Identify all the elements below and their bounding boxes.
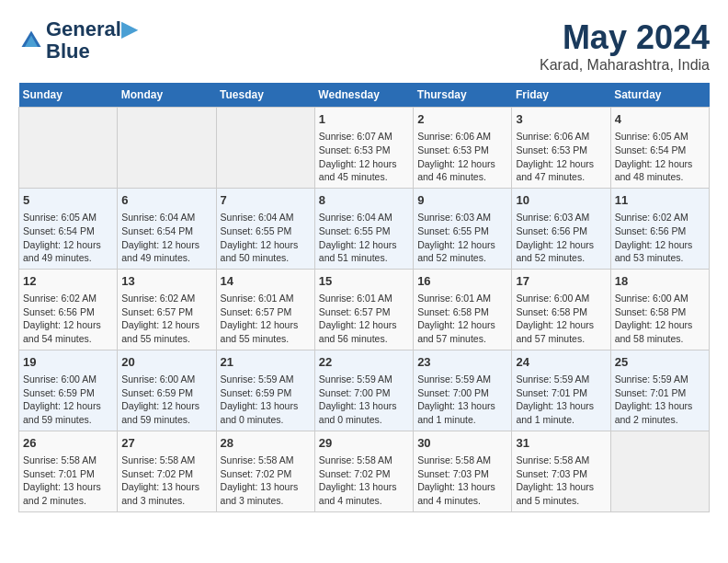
logo-text: General▶ Blue <box>46 18 137 63</box>
day-header-wednesday: Wednesday <box>314 83 413 108</box>
cell-content: Sunrise: 5:58 AM Sunset: 7:01 PM Dayligh… <box>23 454 113 508</box>
calendar-cell: 27Sunrise: 5:58 AM Sunset: 7:02 PM Dayli… <box>118 431 216 511</box>
cell-content: Sunrise: 6:04 AM Sunset: 6:54 PM Dayligh… <box>121 211 211 265</box>
calendar-table: SundayMondayTuesdayWednesdayThursdayFrid… <box>18 83 710 512</box>
calendar-cell: 8Sunrise: 6:04 AM Sunset: 6:55 PM Daylig… <box>314 188 413 269</box>
calendar-cell: 3Sunrise: 6:06 AM Sunset: 6:53 PM Daylig… <box>512 108 610 189</box>
calendar-cell: 2Sunrise: 6:06 AM Sunset: 6:53 PM Daylig… <box>414 108 512 189</box>
day-number: 16 <box>417 273 507 290</box>
cell-content: Sunrise: 6:03 AM Sunset: 6:55 PM Dayligh… <box>417 211 507 265</box>
cell-content: Sunrise: 5:59 AM Sunset: 6:59 PM Dayligh… <box>221 373 311 427</box>
day-header-sunday: Sunday <box>19 83 118 108</box>
calendar-cell: 30Sunrise: 5:58 AM Sunset: 7:03 PM Dayli… <box>414 431 512 511</box>
day-number: 4 <box>615 111 705 128</box>
calendar-cell: 14Sunrise: 6:01 AM Sunset: 6:57 PM Dayli… <box>216 269 314 350</box>
calendar-cell: 24Sunrise: 5:59 AM Sunset: 7:01 PM Dayli… <box>512 350 610 431</box>
day-number: 26 <box>23 435 113 452</box>
calendar-cell: 17Sunrise: 6:00 AM Sunset: 6:58 PM Dayli… <box>512 269 610 350</box>
day-number: 28 <box>221 435 311 452</box>
calendar-week-3: 12Sunrise: 6:02 AM Sunset: 6:56 PM Dayli… <box>19 269 710 350</box>
calendar-cell: 22Sunrise: 5:59 AM Sunset: 7:00 PM Dayli… <box>314 350 413 431</box>
calendar-cell: 29Sunrise: 5:58 AM Sunset: 7:02 PM Dayli… <box>314 431 413 511</box>
day-number: 14 <box>221 273 311 290</box>
day-header-tuesday: Tuesday <box>216 83 314 108</box>
cell-content: Sunrise: 6:06 AM Sunset: 6:53 PM Dayligh… <box>516 130 606 184</box>
calendar-cell: 23Sunrise: 5:59 AM Sunset: 7:00 PM Dayli… <box>414 350 512 431</box>
calendar-cell: 10Sunrise: 6:03 AM Sunset: 6:56 PM Dayli… <box>512 188 610 269</box>
cell-content: Sunrise: 6:00 AM Sunset: 6:58 PM Dayligh… <box>516 292 606 346</box>
cell-content: Sunrise: 6:01 AM Sunset: 6:57 PM Dayligh… <box>319 292 409 346</box>
cell-content: Sunrise: 5:58 AM Sunset: 7:02 PM Dayligh… <box>121 454 211 508</box>
day-number: 15 <box>319 273 409 290</box>
day-header-friday: Friday <box>512 83 610 108</box>
cell-content: Sunrise: 5:58 AM Sunset: 7:03 PM Dayligh… <box>516 454 606 508</box>
day-number: 5 <box>23 192 113 209</box>
calendar-week-5: 26Sunrise: 5:58 AM Sunset: 7:01 PM Dayli… <box>19 431 710 511</box>
calendar-cell: 1Sunrise: 6:07 AM Sunset: 6:53 PM Daylig… <box>314 108 413 189</box>
cell-content: Sunrise: 5:58 AM Sunset: 7:02 PM Dayligh… <box>221 454 311 508</box>
calendar-cell: 11Sunrise: 6:02 AM Sunset: 6:56 PM Dayli… <box>610 188 709 269</box>
cell-content: Sunrise: 6:01 AM Sunset: 6:57 PM Dayligh… <box>221 292 311 346</box>
calendar-cell: 13Sunrise: 6:02 AM Sunset: 6:57 PM Dayli… <box>118 269 216 350</box>
cell-content: Sunrise: 5:58 AM Sunset: 7:02 PM Dayligh… <box>319 454 409 508</box>
calendar-cell: 16Sunrise: 6:01 AM Sunset: 6:58 PM Dayli… <box>414 269 512 350</box>
day-header-saturday: Saturday <box>610 83 709 108</box>
cell-content: Sunrise: 6:07 AM Sunset: 6:53 PM Dayligh… <box>319 130 409 184</box>
calendar-cell <box>118 108 216 189</box>
cell-content: Sunrise: 6:00 AM Sunset: 6:59 PM Dayligh… <box>121 373 211 427</box>
day-number: 10 <box>516 192 606 209</box>
day-number: 27 <box>121 435 211 452</box>
calendar-body: 1Sunrise: 6:07 AM Sunset: 6:53 PM Daylig… <box>19 108 710 512</box>
subtitle: Karad, Maharashtra, India <box>540 57 710 74</box>
cell-content: Sunrise: 6:02 AM Sunset: 6:56 PM Dayligh… <box>615 211 705 265</box>
day-number: 17 <box>516 273 606 290</box>
calendar-cell <box>19 108 118 189</box>
cell-content: Sunrise: 6:05 AM Sunset: 6:54 PM Dayligh… <box>615 130 705 184</box>
cell-content: Sunrise: 6:03 AM Sunset: 6:56 PM Dayligh… <box>516 211 606 265</box>
cell-content: Sunrise: 5:59 AM Sunset: 7:01 PM Dayligh… <box>615 373 705 427</box>
calendar-cell: 6Sunrise: 6:04 AM Sunset: 6:54 PM Daylig… <box>118 188 216 269</box>
cell-content: Sunrise: 6:02 AM Sunset: 6:57 PM Dayligh… <box>121 292 211 346</box>
cell-content: Sunrise: 6:04 AM Sunset: 6:55 PM Dayligh… <box>319 211 409 265</box>
cell-content: Sunrise: 6:05 AM Sunset: 6:54 PM Dayligh… <box>23 211 113 265</box>
day-number: 21 <box>221 354 311 371</box>
day-number: 9 <box>417 192 507 209</box>
logo-icon <box>18 28 44 53</box>
calendar-cell: 18Sunrise: 6:00 AM Sunset: 6:58 PM Dayli… <box>610 269 709 350</box>
day-number: 18 <box>615 273 705 290</box>
calendar-cell: 12Sunrise: 6:02 AM Sunset: 6:56 PM Dayli… <box>19 269 118 350</box>
cell-content: Sunrise: 6:06 AM Sunset: 6:53 PM Dayligh… <box>417 130 507 184</box>
calendar-cell: 7Sunrise: 6:04 AM Sunset: 6:55 PM Daylig… <box>216 188 314 269</box>
calendar-cell <box>610 431 709 511</box>
logo: General▶ Blue <box>18 18 137 63</box>
day-number: 12 <box>23 273 113 290</box>
calendar-cell: 25Sunrise: 5:59 AM Sunset: 7:01 PM Dayli… <box>610 350 709 431</box>
calendar-cell: 4Sunrise: 6:05 AM Sunset: 6:54 PM Daylig… <box>610 108 709 189</box>
day-number: 11 <box>615 192 705 209</box>
calendar-cell: 9Sunrise: 6:03 AM Sunset: 6:55 PM Daylig… <box>414 188 512 269</box>
cell-content: Sunrise: 6:00 AM Sunset: 6:58 PM Dayligh… <box>615 292 705 346</box>
calendar-cell: 26Sunrise: 5:58 AM Sunset: 7:01 PM Dayli… <box>19 431 118 511</box>
calendar-week-1: 1Sunrise: 6:07 AM Sunset: 6:53 PM Daylig… <box>19 108 710 189</box>
day-number: 19 <box>23 354 113 371</box>
cell-content: Sunrise: 5:59 AM Sunset: 7:00 PM Dayligh… <box>417 373 507 427</box>
day-number: 22 <box>319 354 409 371</box>
calendar-cell: 21Sunrise: 5:59 AM Sunset: 6:59 PM Dayli… <box>216 350 314 431</box>
cell-content: Sunrise: 6:02 AM Sunset: 6:56 PM Dayligh… <box>23 292 113 346</box>
cell-content: Sunrise: 6:04 AM Sunset: 6:55 PM Dayligh… <box>221 211 311 265</box>
day-number: 7 <box>221 192 311 209</box>
calendar-cell: 15Sunrise: 6:01 AM Sunset: 6:57 PM Dayli… <box>314 269 413 350</box>
calendar-header-row: SundayMondayTuesdayWednesdayThursdayFrid… <box>19 83 710 108</box>
day-number: 30 <box>417 435 507 452</box>
cell-content: Sunrise: 6:00 AM Sunset: 6:59 PM Dayligh… <box>23 373 113 427</box>
calendar-cell: 28Sunrise: 5:58 AM Sunset: 7:02 PM Dayli… <box>216 431 314 511</box>
main-title: May 2024 <box>540 18 710 57</box>
cell-content: Sunrise: 5:59 AM Sunset: 7:01 PM Dayligh… <box>516 373 606 427</box>
day-number: 8 <box>319 192 409 209</box>
day-number: 31 <box>516 435 606 452</box>
day-number: 3 <box>516 111 606 128</box>
title-block: May 2024 Karad, Maharashtra, India <box>540 18 710 74</box>
day-number: 13 <box>121 273 211 290</box>
cell-content: Sunrise: 5:58 AM Sunset: 7:03 PM Dayligh… <box>417 454 507 508</box>
calendar-cell <box>216 108 314 189</box>
